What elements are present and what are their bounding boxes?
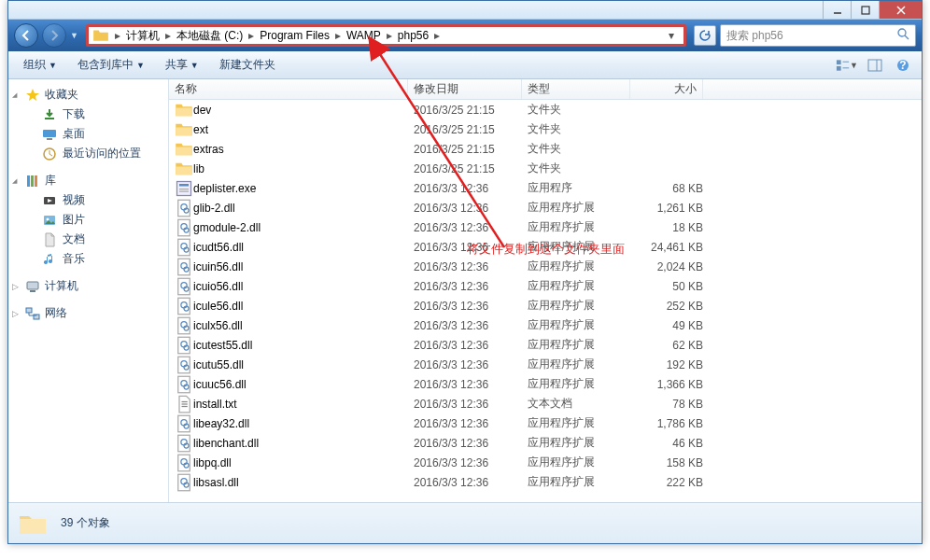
chevron-right-icon[interactable]: ▸ (113, 29, 122, 42)
sidebar-item-music[interactable]: 音乐 (8, 249, 168, 269)
file-row[interactable]: libeay32.dll2016/3/3 12:36应用程序扩展1,786 KB (169, 413, 922, 433)
file-icon (175, 279, 193, 294)
sidebar-item-recent[interactable]: 最近访问的位置 (8, 144, 168, 163)
chevron-right-icon[interactable]: ▸ (247, 29, 256, 42)
column-size[interactable]: 大小 (630, 79, 703, 99)
file-type: 应用程序扩展 (528, 337, 636, 353)
file-size: 192 KB (636, 358, 703, 371)
column-name[interactable]: 名称 (169, 79, 408, 99)
file-row[interactable]: ext2016/3/25 21:15文件夹 (169, 119, 922, 139)
file-icon (175, 220, 193, 235)
status-text: 39 个对象 (61, 515, 110, 531)
file-date: 2016/3/3 12:36 (414, 437, 528, 450)
chevron-right-icon[interactable]: ▸ (333, 29, 343, 42)
file-row[interactable]: icuuc56.dll2016/3/3 12:36应用程序扩展1,366 KB (169, 374, 922, 394)
file-name: gmodule-2.dll (193, 221, 414, 234)
file-row[interactable]: install.txt2016/3/3 12:36文本文档78 KB (169, 394, 922, 413)
maximize-button[interactable] (851, 1, 879, 19)
file-row[interactable]: glib-2.dll2016/3/3 12:36应用程序扩展1,261 KB (169, 198, 922, 217)
column-date[interactable]: 修改日期 (408, 79, 522, 99)
help-button[interactable]: ? (892, 55, 914, 76)
sidebar-network[interactable]: 网络 (8, 303, 168, 323)
library-icon (25, 174, 40, 189)
file-icon (175, 436, 193, 451)
close-button[interactable] (879, 1, 922, 19)
organize-button[interactable]: 组织 ▼ (16, 54, 64, 76)
svg-rect-29 (179, 184, 189, 187)
history-dropdown-icon[interactable]: ▼ (70, 31, 78, 40)
file-row[interactable]: icutu55.dll2016/3/3 12:36应用程序扩展192 KB (169, 355, 922, 374)
sidebar-computer[interactable]: 计算机 (8, 276, 168, 296)
address-dropdown-icon[interactable]: ▾ (663, 29, 680, 42)
file-row[interactable]: iculx56.dll2016/3/3 12:36应用程序扩展49 KB (169, 315, 922, 335)
chevron-right-icon[interactable]: ▸ (385, 29, 394, 42)
breadcrumb-item[interactable]: 计算机 (122, 28, 163, 44)
status-bar: 39 个对象 (8, 502, 922, 543)
file-row[interactable]: dev2016/3/25 21:15文件夹 (169, 100, 922, 119)
file-type: 应用程序扩展 (528, 376, 636, 392)
breadcrumb-item[interactable]: 本地磁盘 (C:) (173, 28, 247, 44)
recent-icon (42, 147, 57, 161)
file-size: 1,261 KB (636, 202, 703, 215)
chevron-right-icon[interactable]: ▸ (432, 29, 442, 42)
file-row[interactable]: libenchant.dll2016/3/3 12:36应用程序扩展46 KB (169, 433, 922, 453)
file-row[interactable]: icuin56.dll2016/3/3 12:36应用程序扩展2,024 KB (169, 257, 922, 276)
file-type: 应用程序扩展 (528, 200, 636, 216)
file-date: 2016/3/3 12:36 (414, 319, 528, 332)
file-row[interactable]: icuio56.dll2016/3/3 12:36应用程序扩展50 KB (169, 276, 922, 296)
search-input[interactable]: 搜索 php56 (720, 24, 916, 47)
file-icon (175, 161, 193, 176)
breadcrumb-item[interactable]: Program Files (256, 29, 333, 42)
refresh-button[interactable] (694, 25, 716, 46)
sidebar-favorites[interactable]: 收藏夹 (8, 85, 168, 105)
sidebar-item-documents[interactable]: 文档 (8, 230, 168, 249)
file-size: 68 KB (636, 182, 703, 195)
file-name: icuio56.dll (193, 280, 414, 293)
file-name: libenchant.dll (193, 437, 414, 450)
sidebar-libraries[interactable]: 库 (8, 171, 168, 190)
file-icon (175, 142, 193, 157)
file-date: 2016/3/25 21:15 (414, 143, 528, 156)
file-size: 50 KB (636, 280, 703, 293)
file-row[interactable]: gmodule-2.dll2016/3/3 12:36应用程序扩展18 KB (169, 217, 922, 237)
file-icon (175, 475, 193, 490)
file-type: 文件夹 (528, 102, 636, 118)
preview-pane-button[interactable] (864, 55, 886, 76)
column-type[interactable]: 类型 (522, 79, 630, 99)
file-type: 应用程序扩展 (528, 278, 636, 294)
chevron-right-icon[interactable]: ▸ (163, 29, 173, 42)
file-row[interactable]: deplister.exe2016/3/3 12:36应用程序68 KB (169, 178, 922, 198)
breadcrumb-item[interactable]: php56 (394, 29, 432, 42)
file-row[interactable]: libpq.dll2016/3/3 12:36应用程序扩展158 KB (169, 453, 922, 472)
file-row[interactable]: lib2016/3/25 21:15文件夹 (169, 159, 922, 178)
file-row[interactable]: libsasl.dll2016/3/3 12:36应用程序扩展222 KB (169, 472, 922, 492)
address-bar[interactable]: ▸ 计算机 ▸ 本地磁盘 (C:) ▸ Program Files ▸ WAMP… (86, 24, 686, 47)
forward-button[interactable] (42, 23, 66, 48)
sidebar-item-desktop[interactable]: 桌面 (8, 124, 168, 144)
document-icon (42, 232, 57, 247)
new-folder-button[interactable]: 新建文件夹 (212, 54, 283, 76)
view-options-button[interactable]: ▼ (836, 55, 858, 76)
svg-rect-10 (868, 60, 881, 71)
file-row[interactable]: icutest55.dll2016/3/3 12:36应用程序扩展62 KB (169, 335, 922, 355)
file-row[interactable]: extras2016/3/25 21:15文件夹 (169, 139, 922, 159)
sidebar-item-downloads[interactable]: 下载 (8, 105, 168, 124)
breadcrumb-item[interactable]: WAMP (343, 29, 385, 42)
download-icon (42, 107, 57, 122)
minimize-button[interactable] (823, 1, 851, 19)
file-icon (175, 299, 193, 314)
include-library-button[interactable]: 包含到库中 ▼ (70, 54, 152, 76)
file-row[interactable]: icudt56.dll2016/3/3 12:36应用程序扩展24,461 KB (169, 237, 922, 257)
file-type: 文件夹 (528, 161, 636, 176)
svg-rect-6 (837, 60, 841, 64)
sidebar-item-pictures[interactable]: 图片 (8, 210, 168, 230)
content-pane: 名称 修改日期 类型 大小 dev2016/3/25 21:15文件夹ext20… (169, 79, 922, 502)
sidebar-item-videos[interactable]: 视频 (8, 190, 168, 210)
file-type: 应用程序 (528, 180, 636, 196)
file-row[interactable]: icule56.dll2016/3/3 12:36应用程序扩展252 KB (169, 296, 922, 315)
file-type: 文件夹 (528, 121, 636, 137)
back-button[interactable] (14, 23, 38, 48)
computer-icon (25, 279, 40, 294)
file-list[interactable]: dev2016/3/25 21:15文件夹ext2016/3/25 21:15文… (169, 100, 922, 502)
share-button[interactable]: 共享 ▼ (158, 54, 206, 76)
